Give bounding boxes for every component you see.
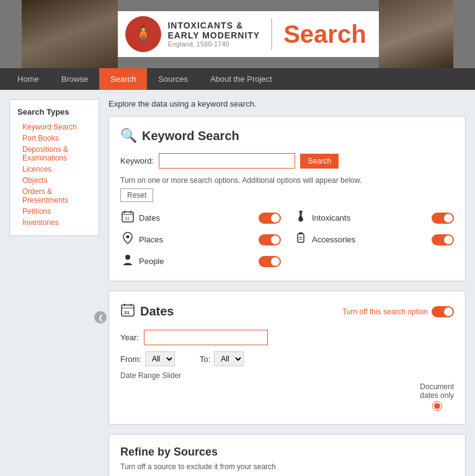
people-toggle[interactable] [259,256,281,267]
sidebar-item-depositions[interactable]: Depositions &Examinations [17,144,91,164]
header-search-label: Search [283,20,366,48]
nav-browse[interactable]: Browse [50,68,99,90]
sidebar-item-objects[interactable]: Objects [17,175,91,186]
keyword-input[interactable] [159,153,295,169]
accessories-label: Accessories [312,235,428,244]
svg-point-5 [127,236,130,239]
content-area: Explore the data using a keyword search.… [109,99,466,476]
dates-icon: 31 [120,209,135,226]
from-label: From: [120,355,141,364]
from-select[interactable]: All [145,351,175,366]
logo-circle: 🧍 [125,16,161,52]
places-icon [120,231,135,248]
intro-text: Explore the data using a keyword search. [109,99,466,108]
toggle-places: Places [120,231,281,248]
header: 🧍 INTOXICANTS & EARLY MODERNITY England,… [0,0,475,68]
svg-rect-6 [298,234,304,242]
accessories-toggle[interactable] [432,234,454,245]
places-toggle[interactable] [259,234,281,245]
from-row: From: All [120,351,175,366]
reset-button[interactable]: Reset [120,188,153,202]
sidebar-item-licences[interactable]: Licences [17,164,91,175]
year-input[interactable] [144,330,268,345]
logo-box: 🧍 INTOXICANTS & EARLY MODERNITY England,… [118,11,378,57]
logo-divider [271,19,272,50]
year-row: Year: [120,330,454,345]
accessories-icon [293,231,308,248]
dates-panel-toggle[interactable] [432,306,454,317]
sidebar-item-orders[interactable]: Orders &Presentments [17,186,91,206]
nav-home[interactable]: Home [6,68,50,90]
dates-header: 31 Dates Turn off this search option [120,302,454,320]
people-label: People [139,257,255,266]
nav-search[interactable]: Search [99,68,147,90]
to-select[interactable]: All [214,351,244,366]
sidebar-title: Search Types [17,107,91,117]
dates-label: Dates [139,213,255,223]
dates-panel: 31 Dates Turn off this search option Yea… [109,291,466,425]
refine-panel: Refine by Sources Turn off a source to e… [109,434,466,476]
dates-panel-icon: 31 [120,302,135,320]
sidebar-item-portbooks[interactable]: Port Books [17,133,91,144]
svg-text:31: 31 [125,216,130,221]
doc-dates: Documentdates only [420,382,454,413]
doc-dates-text: Documentdates only [420,382,454,400]
sidebar-item-petitions[interactable]: Petitions [17,206,91,217]
svg-point-10 [125,255,130,260]
range-row: From: All To: All [120,351,454,366]
toggle-people: People [120,253,281,270]
nav-about[interactable]: About the Project [199,68,283,90]
date-range-slider-label: Date Range Slider [120,371,454,380]
refine-subtitle: Turn off a source to exclude it from you… [120,462,454,471]
intoxicants-toggle[interactable] [432,213,454,224]
svg-text:31: 31 [124,310,130,315]
keyword-panel: 🔍 Keyword Search Keyword: Search Turn on… [109,116,466,281]
sidebar: Search Types Keyword Search Port Books D… [9,99,99,236]
logo-subtitle: England, 1580-1740 [167,40,260,48]
sidebar-toggle[interactable]: ❮ [94,311,107,324]
intoxicants-label: Intoxicants [312,213,428,223]
svg-rect-7 [299,232,303,234]
doc-dates-radio[interactable] [432,401,442,411]
people-icon [120,253,135,270]
search-button[interactable]: Search [300,154,339,169]
toggle-accessories: Accessories [293,231,454,248]
dates-toggle[interactable] [259,213,281,224]
sidebar-item-keyword[interactable]: Keyword Search [17,121,91,133]
main-layout: Search Types Keyword Search Port Books D… [0,90,475,476]
toggle-grid: 31 Dates Intoxicants [120,209,454,270]
sidebar-container: Search Types Keyword Search Port Books D… [9,99,99,476]
keyword-panel-title: 🔍 Keyword Search [120,128,454,144]
doc-dates-container: Documentdates only [120,382,454,413]
places-label: Places [139,235,255,244]
keyword-label: Keyword: [120,156,154,165]
toggle-intoxicants: Intoxicants [293,209,454,226]
keyword-row: Keyword: Search [120,153,454,169]
logo-text: INTOXICANTS & EARLY MODERNITY England, 1… [167,20,260,48]
options-text: Turn on one or more search options. Addi… [120,176,454,185]
dates-panel-title-text: Dates [140,304,174,319]
sidebar-item-inventories[interactable]: Inventories [17,217,91,228]
to-row: To: All [200,351,244,366]
turn-off-label: Turn off this search option [342,307,428,316]
logo-title2: EARLY MODERNITY [167,30,260,40]
nav-sources[interactable]: Sources [147,68,199,90]
logo-title: INTOXICANTS & [167,20,260,30]
toggle-dates: 31 Dates [120,209,281,226]
main-nav: Home Browse Search Sources About the Pro… [0,68,475,90]
intoxicants-icon [293,209,308,226]
year-label: Year: [120,333,139,342]
refine-title: Refine by Sources [120,446,454,459]
turn-off-option[interactable]: Turn off this search option [342,306,454,317]
search-icon: 🔍 [120,128,137,144]
to-label: To: [200,355,210,364]
dates-title: 31 Dates [120,302,174,320]
